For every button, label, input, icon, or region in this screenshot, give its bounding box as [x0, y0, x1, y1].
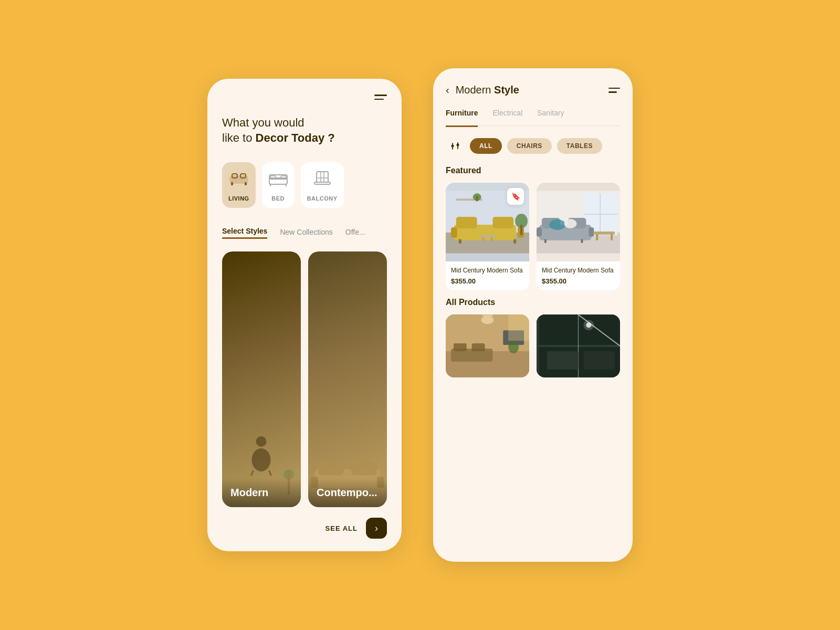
svg-point-68 — [481, 316, 494, 324]
living-label: LIVING — [228, 195, 249, 202]
right-menu-icon[interactable] — [608, 88, 620, 93]
filter-all[interactable]: ALL — [470, 138, 502, 154]
left-phone: What you would like to Decor Today ? LIV… — [207, 79, 402, 551]
svg-rect-15 — [314, 182, 330, 184]
svg-rect-4 — [245, 182, 247, 185]
svg-point-17 — [256, 436, 267, 447]
svg-point-73 — [508, 341, 519, 353]
header-left: ‹ Modern Style — [446, 84, 519, 96]
category-tabs: Furniture Electrical Sanitary — [446, 109, 620, 126]
svg-point-58 — [549, 219, 566, 230]
svg-rect-83 — [583, 351, 615, 370]
menu-icon[interactable] — [374, 94, 387, 100]
featured-title: Featured — [446, 166, 620, 175]
product-price-1: $355.00 — [451, 277, 524, 285]
product-image-2 — [537, 183, 620, 261]
room-tab-balcony[interactable]: BALCONY — [301, 162, 344, 208]
svg-rect-38 — [492, 217, 513, 228]
svg-rect-70 — [454, 343, 467, 351]
product-name-2: Mid Century Modern Sofa — [542, 267, 615, 275]
filter-icon-button[interactable] — [446, 136, 465, 155]
contemporary-label: Contempo... — [308, 478, 387, 507]
svg-rect-56 — [537, 227, 542, 237]
bed-icon — [268, 171, 288, 190]
filter-row: ALL CHAIRS TABLES — [446, 136, 620, 155]
svg-rect-24 — [351, 462, 377, 475]
all-product-1[interactable] — [446, 314, 529, 377]
bookmark-button-1[interactable]: 🔖 — [507, 188, 524, 205]
svg-rect-47 — [520, 225, 522, 235]
right-header: ‹ Modern Style — [446, 84, 620, 96]
headline: What you would like to Decor Today ? — [222, 116, 387, 145]
product-card-2[interactable]: Mid Century Modern Sofa $355.00 — [537, 183, 620, 290]
dark-room-svg — [537, 314, 620, 377]
right-phone: ‹ Modern Style Furniture Electrical Sani… — [433, 68, 633, 562]
left-header — [222, 94, 387, 100]
svg-rect-42 — [513, 239, 516, 244]
svg-rect-11 — [317, 172, 328, 182]
svg-point-30 — [457, 144, 459, 146]
room-tab-living[interactable]: LIVING — [222, 162, 256, 208]
svg-rect-35 — [476, 196, 478, 201]
svg-rect-57 — [589, 227, 594, 237]
svg-rect-63 — [596, 234, 598, 240]
see-all-button[interactable]: › — [366, 518, 387, 539]
all-product-2[interactable] — [537, 314, 620, 377]
svg-rect-60 — [544, 239, 547, 243]
sofa-gray-svg — [537, 183, 620, 261]
style-tabs: Select Styles New Collections Offe... — [222, 227, 387, 239]
svg-rect-37 — [456, 217, 477, 228]
back-button[interactable]: ‹ — [446, 84, 449, 96]
style-card-contemporary[interactable]: Contempo... — [308, 251, 387, 507]
room-tab-bed[interactable]: BED — [262, 162, 295, 208]
product-info-2: Mid Century Modern Sofa $355.00 — [537, 261, 620, 290]
tab-select-styles[interactable]: Select Styles — [222, 227, 267, 239]
style-cards: Modern Contempo... — [222, 251, 387, 507]
see-all-row: SEE ALL › — [222, 518, 387, 539]
product-name-1: Mid Century Modern Sofa — [451, 267, 524, 275]
svg-line-19 — [269, 470, 271, 476]
tab-sanitary[interactable]: Sanitary — [537, 109, 564, 121]
filter-chairs[interactable]: CHAIRS — [507, 138, 552, 154]
living-room-svg — [446, 314, 529, 377]
svg-rect-64 — [611, 234, 613, 240]
svg-rect-3 — [231, 182, 233, 185]
svg-point-16 — [252, 448, 271, 471]
all-products-row — [446, 314, 620, 377]
see-all-label: SEE ALL — [326, 524, 358, 532]
balcony-icon — [312, 171, 332, 190]
all-products-title: All Products — [446, 298, 620, 307]
page-title: Modern Style — [456, 84, 519, 96]
svg-rect-74 — [508, 314, 529, 341]
sofa-icon — [229, 171, 249, 190]
all-product-bg-2 — [537, 314, 620, 377]
bookmark-icon-1: 🔖 — [511, 192, 520, 201]
filter-sliders-icon — [450, 141, 460, 151]
person-silhouette — [247, 431, 276, 476]
room-tabs: LIVING BED — [222, 162, 387, 208]
svg-rect-61 — [581, 239, 583, 243]
svg-point-81 — [583, 320, 594, 330]
product-info-1: Mid Century Modern Sofa $355.00 — [446, 261, 529, 290]
svg-line-18 — [251, 470, 254, 476]
tab-offers[interactable]: Offe... — [345, 228, 365, 238]
filter-tables[interactable]: TABLES — [557, 138, 602, 154]
tab-furniture[interactable]: Furniture — [446, 109, 478, 127]
svg-rect-82 — [547, 351, 579, 370]
svg-rect-41 — [459, 239, 461, 244]
balcony-label: BALCONY — [307, 195, 338, 202]
svg-point-59 — [564, 219, 577, 228]
tab-electrical[interactable]: Electrical — [492, 109, 522, 121]
all-product-bg-1 — [446, 314, 529, 377]
svg-rect-71 — [472, 343, 485, 351]
svg-rect-43 — [480, 235, 496, 237]
svg-rect-44 — [482, 237, 485, 242]
tab-new-collections[interactable]: New Collections — [280, 228, 332, 238]
style-card-modern[interactable]: Modern — [222, 251, 301, 507]
featured-products: 🔖 Mid Century Modern Sofa $355.00 — [446, 183, 620, 290]
svg-rect-39 — [451, 227, 457, 238]
svg-rect-45 — [490, 237, 492, 242]
bed-label: BED — [271, 195, 285, 202]
svg-rect-23 — [318, 462, 344, 475]
product-card-1[interactable]: 🔖 Mid Century Modern Sofa $355.00 — [446, 183, 529, 290]
